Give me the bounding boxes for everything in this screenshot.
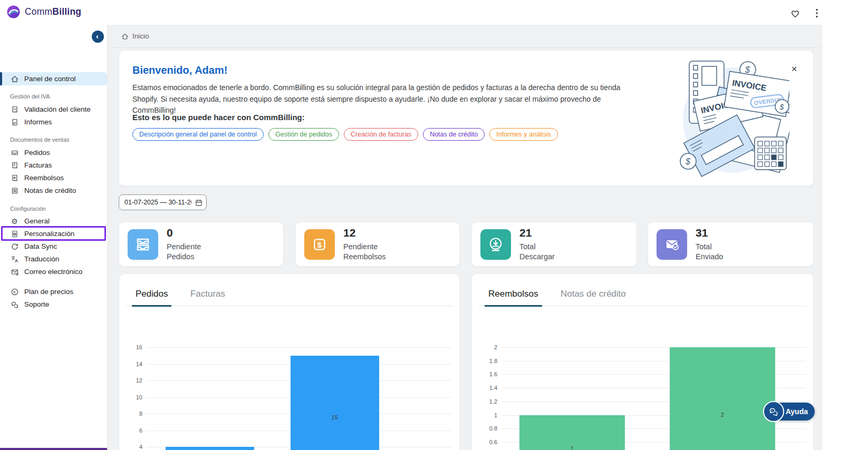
chart-tabs: Pedidos Facturas <box>126 289 453 306</box>
y-axis-tick-label: 12 <box>121 377 142 384</box>
y-axis-tick-label: 2 <box>476 344 497 350</box>
chevron-left-icon: ‹ <box>96 32 99 40</box>
chip-dashboard-overview[interactable]: Descripción general del panel de control <box>132 128 264 141</box>
svg-text:A: A <box>15 258 18 263</box>
sidebar-item-traduccion[interactable]: A Traducción <box>0 252 107 266</box>
svg-text:$: $ <box>779 103 784 111</box>
breadcrumb-label: Inicio <box>132 32 149 40</box>
top-header: CommBilling <box>0 0 868 25</box>
close-icon[interactable]: × <box>788 62 801 75</box>
help-button[interactable]: Ayuda <box>763 401 816 422</box>
stat-value: 21 <box>519 227 532 239</box>
svg-text:%: % <box>13 106 16 110</box>
sidebar-item-soporte[interactable]: Soporte <box>0 298 107 311</box>
sidebar-item-facturas[interactable]: € Facturas <box>0 159 107 172</box>
sidebar-section-title: Documentos de ventas <box>10 136 70 143</box>
stat-card-total-download: 21 TotalDescargar <box>471 222 637 267</box>
sidebar-item-panel-de-control[interactable]: Panel de control <box>0 72 107 85</box>
envelope-check-icon <box>657 229 687 260</box>
refunds-chart-card: Reembolsos Notas de crédito 21.81.61.41.… <box>471 273 814 450</box>
sidebar-item-label: Data Sync <box>24 242 57 250</box>
sidebar-item-personalizacion[interactable]: Personalización <box>0 227 107 240</box>
sidebar-item-label: Reembolsos <box>24 174 64 182</box>
main-content: Inicio Bienvenido, Adam! Estamos emocion… <box>107 25 822 450</box>
bar-value-label: 1 <box>562 445 583 450</box>
date-range-input[interactable] <box>119 194 207 210</box>
breadcrumb-bar <box>107 25 822 48</box>
chip-order-management[interactable]: Gestión de pedidos <box>268 128 339 141</box>
welcome-subtitle: Esto es lo que puede hacer con CommBilli… <box>132 113 305 122</box>
sidebar-item-general[interactable]: ⚙ General <box>0 214 107 228</box>
sidebar-item-label: Traducción <box>24 255 59 263</box>
sidebar-item-plan-de-precios[interactable]: € Plan de precios <box>0 285 107 298</box>
stat-card-total-sent: 31 TotalEnviado <box>648 222 814 267</box>
stat-label: TotalEnviado <box>696 242 723 262</box>
chip-invoice-creation[interactable]: Creación de facturas <box>344 128 418 141</box>
gear-icon: ⚙ <box>10 217 19 226</box>
sidebar-item-label: Facturas <box>24 161 52 169</box>
translate-icon: A <box>10 255 19 263</box>
support-chat-icon <box>10 300 19 309</box>
stat-value: 31 <box>696 227 708 239</box>
brand-name: CommBilling <box>25 6 81 17</box>
home-icon <box>10 75 19 83</box>
favorite-heart-icon[interactable] <box>789 7 802 19</box>
y-axis-tick-label: 1 <box>476 412 497 418</box>
y-axis-tick-label: 4 <box>121 444 142 450</box>
sidebar-bottom-accent <box>0 448 107 450</box>
date-range-picker <box>119 194 207 210</box>
feature-chips: Descripción general del panel de control… <box>132 128 558 141</box>
euro-circle-icon: € <box>10 288 19 296</box>
sidebar-item-informes[interactable]: Informes <box>0 115 107 129</box>
inbox-icon <box>128 229 158 260</box>
stat-label: PendientePedidos <box>167 242 201 262</box>
stat-label: PendienteReembolsos <box>343 242 386 262</box>
chip-credit-notes[interactable]: Notas de crédito <box>423 128 485 141</box>
sidebar-item-notas-de-credito[interactable]: Notas de crédito <box>0 184 107 197</box>
y-axis-tick-label: 14 <box>121 361 142 367</box>
stat-value: 0 <box>167 227 173 239</box>
sidebar-item-label: General <box>24 217 50 225</box>
sidebar-item-data-sync[interactable]: Data Sync <box>0 240 107 253</box>
report-icon <box>10 118 19 126</box>
sidebar-item-label: Correo electrónico <box>24 268 82 276</box>
sidebar-item-label: Informes <box>24 118 52 126</box>
sidebar-item-pedidos[interactable]: Pedidos <box>0 146 107 159</box>
tab-reembolsos[interactable]: Reembolsos <box>485 289 542 306</box>
sidebar-section-title: Gestión del IVA <box>10 93 50 100</box>
sidebar-collapse-button[interactable]: ‹ <box>92 31 104 43</box>
kebab-menu-icon[interactable] <box>811 7 823 19</box>
sidebar-item-correo-electronico[interactable]: Correo electrónico <box>0 265 107 278</box>
refund-receipt-icon <box>10 174 19 182</box>
sidebar-item-label: Validación del cliente <box>24 105 91 113</box>
home-icon <box>121 33 129 40</box>
tab-facturas[interactable]: Facturas <box>187 289 229 306</box>
sidebar: ‹ Panel de control Gestión del IVA % Val… <box>0 25 108 450</box>
bar-value-label: 2 <box>712 412 733 418</box>
stat-card-pending-orders: 0 PendientePedidos <box>119 222 284 267</box>
chart-bar <box>166 447 254 450</box>
gridline <box>147 347 452 348</box>
customization-icon <box>10 230 19 238</box>
sidebar-item-label: Pedidos <box>24 149 50 156</box>
tab-pedidos[interactable]: Pedidos <box>132 289 171 306</box>
stat-label: TotalDescargar <box>519 242 555 262</box>
sidebar-item-reembolsos[interactable]: Reembolsos <box>0 171 107 184</box>
breadcrumb[interactable]: Inicio <box>121 32 149 40</box>
y-axis-tick-label: 0.6 <box>476 439 497 445</box>
chart-bar <box>670 347 775 450</box>
svg-text:€: € <box>13 289 16 294</box>
bar-value-label: 15 <box>324 414 345 420</box>
chip-reports-analytics[interactable]: Informes y análisis <box>489 128 558 141</box>
invoice-illustration: $ INVOICE INVOICE <box>678 57 789 177</box>
svg-text:$: $ <box>745 65 750 74</box>
sidebar-section-title: Configuración <box>10 206 46 212</box>
orders-bar-chart: 1614121086420415 <box>119 347 459 450</box>
dollar-icon: $ <box>304 229 335 260</box>
stat-value: 12 <box>343 227 355 239</box>
orders-chart-card: Pedidos Facturas 1614121086420415 <box>119 273 460 450</box>
y-axis-tick-label: 1.4 <box>476 385 497 391</box>
welcome-title: Bienvenido, Adam! <box>132 64 227 76</box>
sidebar-item-validacion-del-cliente[interactable]: % Validación del cliente <box>0 103 107 116</box>
tab-notas-de-credito[interactable]: Notas de crédito <box>557 289 630 306</box>
